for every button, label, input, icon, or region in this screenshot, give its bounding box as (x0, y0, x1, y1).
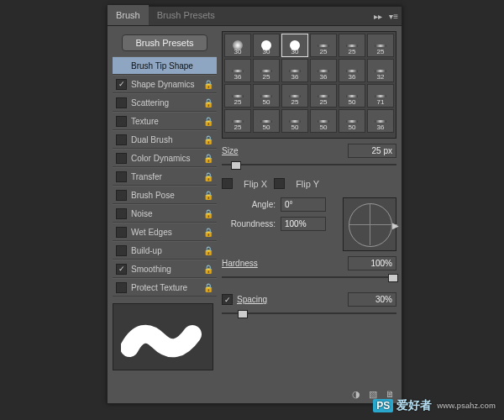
menu-icon[interactable]: ▾≡ (386, 12, 402, 21)
brush-thumb[interactable]: 36 (367, 109, 394, 133)
brush-thumb[interactable]: 30 (224, 34, 251, 57)
option-wet-edges[interactable]: Wet Edges🔒 (113, 223, 217, 241)
option-checkbox[interactable]: ✓ (116, 79, 127, 90)
angle-field[interactable] (281, 197, 326, 212)
option-smoothing[interactable]: ✓Smoothing🔒 (113, 260, 217, 278)
spacing-value[interactable]: 30% (348, 292, 396, 307)
option-label: Shape Dynamics (131, 80, 203, 89)
option-checkbox[interactable] (116, 134, 127, 145)
angle-dial[interactable]: ▶ (343, 197, 396, 251)
option-texture[interactable]: Texture🔒 (113, 112, 217, 130)
brush-thumb[interactable]: 25 (310, 84, 337, 108)
lock-icon[interactable]: 🔒 (203, 80, 213, 89)
brush-thumb[interactable]: 50 (339, 84, 365, 108)
brush-thumb[interactable]: 50 (281, 109, 308, 133)
spacing-checkbox[interactable]: ✓ (222, 294, 233, 305)
brush-thumb[interactable]: 32 (367, 59, 394, 82)
tab-bar: Brush Brush Presets ▸▸ ▾≡ (108, 7, 402, 26)
lock-icon[interactable]: 🔒 (203, 246, 213, 255)
option-label: Dual Brush (131, 135, 203, 144)
option-scattering[interactable]: Scattering🔒 (113, 93, 217, 112)
hardness-value[interactable]: 100% (348, 256, 396, 270)
hardness-label: Hardness (222, 259, 348, 268)
option-dual-brush[interactable]: Dual Brush🔒 (113, 130, 217, 149)
lock-icon[interactable]: 🔒 (203, 154, 213, 163)
size-value[interactable]: 25 px (348, 144, 396, 158)
option-checkbox[interactable] (116, 227, 127, 238)
option-noise[interactable]: Noise🔒 (113, 204, 217, 223)
flip-x-checkbox[interactable] (222, 178, 233, 189)
option-label: Build-up (131, 246, 203, 255)
option-checkbox[interactable] (116, 208, 127, 219)
brush-thumb[interactable]: 25 (224, 109, 251, 133)
option-checkbox[interactable]: ✓ (116, 264, 127, 275)
brush-thumb[interactable]: 36 (224, 59, 251, 82)
brush-thumb[interactable]: 50 (310, 109, 337, 133)
right-column: 3030302525253625363636322550252550712550… (222, 31, 396, 370)
option-label: Wet Edges (131, 228, 203, 237)
flip-y-checkbox[interactable] (274, 178, 285, 189)
lock-icon[interactable]: 🔒 (203, 191, 213, 200)
lock-icon[interactable]: 🔒 (203, 283, 213, 292)
tab-brush-presets[interactable]: Brush Presets (149, 7, 223, 25)
option-label: Brush Pose (131, 191, 203, 200)
option-checkbox[interactable] (116, 245, 127, 256)
flip-x-label: Flip X (244, 179, 267, 189)
watermark: PS 爱好者 www.psahz.com (373, 398, 496, 413)
brush-presets-button[interactable]: Brush Presets (122, 34, 207, 51)
tab-brush[interactable]: Brush (108, 5, 149, 25)
option-transfer[interactable]: Transfer🔒 (113, 167, 217, 186)
expand-icon[interactable]: ▸▸ (370, 12, 386, 21)
lock-icon[interactable]: 🔒 (203, 265, 213, 274)
option-checkbox[interactable] (116, 97, 127, 108)
roundness-field[interactable] (281, 217, 326, 231)
toggle-view-icon[interactable]: ◑ (352, 389, 360, 400)
brush-thumb[interactable]: 25 (339, 34, 365, 57)
option-checkbox[interactable] (116, 153, 127, 164)
lock-icon[interactable]: 🔒 (203, 172, 213, 181)
option-brush-tip-shape[interactable]: Brush Tip Shape (113, 56, 217, 75)
lock-icon[interactable]: 🔒 (203, 228, 213, 237)
option-color-dynamics[interactable]: Color Dynamics🔒 (113, 149, 217, 167)
brush-thumb[interactable]: 25 (281, 84, 308, 108)
brush-thumb[interactable]: 50 (253, 84, 280, 108)
brush-thumb[interactable]: 50 (253, 109, 280, 133)
brush-thumb[interactable]: 30 (253, 34, 280, 57)
option-label: Scattering (131, 98, 203, 108)
lock-icon[interactable]: 🔒 (203, 209, 213, 218)
brush-thumb[interactable]: 36 (339, 59, 365, 82)
option-checkbox[interactable] (116, 190, 127, 201)
option-checkbox[interactable] (116, 282, 127, 293)
option-build-up[interactable]: Build-up🔒 (113, 241, 217, 260)
option-checkbox[interactable] (116, 171, 127, 182)
size-slider[interactable] (222, 160, 396, 170)
option-label: Noise (131, 209, 203, 218)
brush-thumb[interactable]: 36 (281, 59, 308, 82)
brush-thumb[interactable]: 50 (339, 109, 365, 133)
lock-icon[interactable]: 🔒 (203, 135, 213, 144)
brush-preview (113, 303, 213, 370)
option-brush-pose[interactable]: Brush Pose🔒 (113, 186, 217, 204)
option-shape-dynamics[interactable]: ✓Shape Dynamics🔒 (113, 75, 217, 93)
option-checkbox[interactable] (116, 116, 127, 127)
lock-icon[interactable]: 🔒 (203, 117, 213, 126)
left-column: Brush Presets Brush Tip Shape✓Shape Dyna… (113, 31, 217, 370)
brush-thumbnails[interactable]: 3030302525253625363636322550252550712550… (222, 31, 396, 139)
flip-y-label: Flip Y (296, 179, 319, 189)
brush-thumb[interactable]: 25 (253, 59, 280, 82)
angle-label: Angle: (222, 200, 276, 209)
brush-thumb[interactable]: 71 (367, 84, 394, 108)
lock-icon[interactable]: 🔒 (203, 98, 213, 108)
brush-thumb[interactable]: 25 (367, 34, 394, 57)
option-label: Color Dynamics (131, 154, 203, 163)
hardness-slider[interactable] (222, 272, 396, 282)
size-label: Size (222, 146, 348, 155)
brush-thumb[interactable]: 25 (224, 84, 251, 108)
brush-thumb[interactable]: 25 (310, 34, 337, 57)
brush-thumb[interactable]: 36 (310, 59, 337, 82)
spacing-slider[interactable] (222, 308, 396, 318)
option-label: Brush Tip Shape (131, 61, 213, 71)
roundness-label: Roundness: (222, 219, 276, 228)
option-protect-texture[interactable]: Protect Texture🔒 (113, 278, 217, 297)
brush-thumb[interactable]: 30 (281, 34, 308, 57)
